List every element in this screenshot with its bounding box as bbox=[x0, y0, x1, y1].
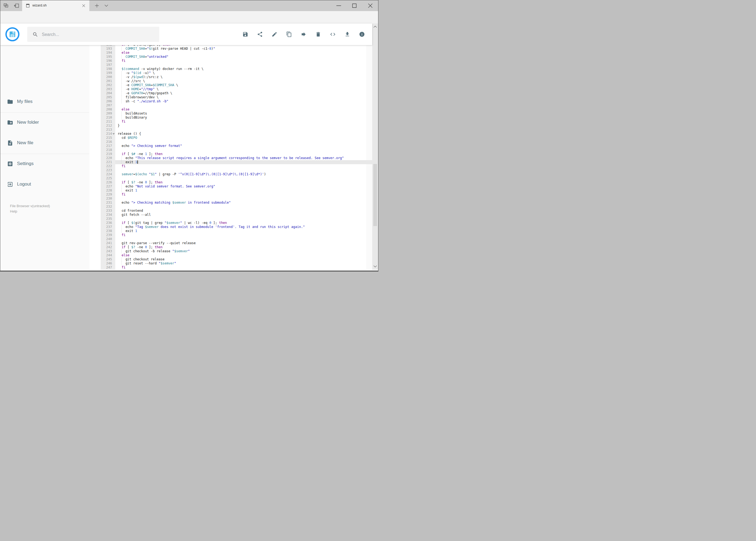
sidebar: File Browser v(untracked) Help My filesN… bbox=[0, 45, 89, 270]
code-line-text[interactable] bbox=[115, 217, 372, 221]
line-number: 236 bbox=[101, 221, 115, 225]
code-line-text[interactable]: if [ $? -ne 0 ]; then bbox=[115, 181, 372, 185]
code-line-text[interactable]: fi bbox=[115, 164, 372, 168]
code-line-text[interactable]: echo "Not valid semver format. See semve… bbox=[115, 185, 372, 189]
code-line-text[interactable]: echo "> Checking semver format" bbox=[115, 144, 372, 148]
code-line-text[interactable]: exit 1 bbox=[115, 229, 372, 233]
code-line-text[interactable]: -v /$(pwd):/src:z \ bbox=[115, 75, 372, 79]
sidebar-item-settings[interactable]: Settings bbox=[0, 158, 89, 170]
sidebar-item-new-file[interactable]: New file bbox=[0, 137, 89, 149]
code-line: 230 bbox=[101, 197, 372, 201]
close-icon[interactable] bbox=[366, 2, 375, 9]
set-aside-tabs-icon[interactable] bbox=[14, 3, 19, 9]
code-line-text[interactable]: git checkout release bbox=[115, 258, 372, 262]
code-line-text[interactable] bbox=[115, 176, 372, 181]
edit-icon[interactable] bbox=[272, 31, 277, 37]
tab-close-icon[interactable] bbox=[81, 3, 86, 8]
code-line-text[interactable]: buildAssets bbox=[115, 112, 372, 116]
code-line-text[interactable]: fi bbox=[115, 120, 372, 124]
code-line-text[interactable]: filebrowser/dev \ bbox=[115, 95, 372, 99]
code-line-text[interactable]: fi bbox=[115, 233, 372, 237]
code-line-text[interactable]: -e GOPATH=//tmp/gopath \ bbox=[115, 91, 372, 95]
code-line-text[interactable]: git reset --hard "$semver" bbox=[115, 262, 372, 266]
code-line-text[interactable] bbox=[115, 205, 372, 209]
code-line-text[interactable]: fi bbox=[115, 266, 372, 270]
scrollbar-thumb[interactable] bbox=[373, 164, 377, 226]
code-line-text[interactable]: -u "$(id -u)" \ bbox=[115, 71, 372, 75]
code-line-text[interactable]: fi bbox=[115, 193, 372, 197]
code-line-text[interactable]: -w //src \ bbox=[115, 79, 372, 83]
code-line-text[interactable]: else bbox=[115, 108, 372, 112]
code-editor[interactable]: 192 if [ -d /src/.git ]; then193 COMMIT_… bbox=[101, 45, 372, 270]
code-line-text[interactable] bbox=[115, 104, 372, 108]
code-line-text[interactable]: git rev-parse --verify --quiet release bbox=[115, 241, 372, 245]
code-line-text[interactable] bbox=[115, 237, 372, 241]
code-line-text[interactable]: git checkout -b release "$semver" bbox=[115, 249, 372, 254]
code-line-text[interactable]: echo "> Checking matching $semver in fro… bbox=[115, 201, 372, 205]
save-icon[interactable] bbox=[242, 31, 248, 37]
page-favicon-icon bbox=[26, 4, 30, 8]
code-line-text[interactable]: exit 1 bbox=[115, 189, 372, 193]
code-line-text[interactable] bbox=[115, 197, 372, 201]
code-line-text[interactable]: COMMIT_SHA="untracked" bbox=[115, 55, 372, 59]
filebrowser-logo[interactable] bbox=[5, 27, 19, 41]
code-line-text[interactable]: else bbox=[115, 254, 372, 258]
tab-bar: wizard.sh bbox=[0, 0, 378, 11]
code-line-text[interactable]: if [ $? -ne 0 ]; then bbox=[115, 245, 372, 249]
code-line-text[interactable]: if [ $# -ne 1 ]; then bbox=[115, 152, 372, 156]
tabs-preview-icon[interactable] bbox=[3, 3, 9, 9]
code-line-text[interactable] bbox=[115, 148, 372, 152]
search-input[interactable] bbox=[41, 31, 150, 39]
code-line: 244 else bbox=[101, 254, 372, 258]
page-scrollbar[interactable] bbox=[372, 24, 378, 270]
sidebar-item-logout[interactable]: Logout bbox=[0, 179, 89, 191]
sidebar-item-new-folder[interactable]: New folder bbox=[0, 117, 89, 129]
code-line-text[interactable]: else bbox=[115, 51, 372, 55]
tabs-dropdown-icon[interactable] bbox=[104, 3, 109, 9]
code-line-text[interactable]: echo "Tag $semver does not exist in subm… bbox=[115, 225, 372, 229]
code-line-text[interactable]: if [ $(git tag | grep "$semver" | wc -l)… bbox=[115, 221, 372, 225]
code-line: 210 buildBinary bbox=[101, 116, 372, 120]
sidebar-item-my-files[interactable]: My files bbox=[0, 96, 89, 108]
code-line-text[interactable]: fi bbox=[115, 59, 372, 63]
copy-icon[interactable] bbox=[286, 31, 292, 37]
code-line-text[interactable]: cd $REPO bbox=[115, 136, 372, 140]
code-line-text[interactable]: cd frontend bbox=[115, 209, 372, 213]
help-link[interactable]: Help bbox=[10, 209, 17, 214]
browser-tab[interactable]: wizard.sh bbox=[22, 0, 89, 11]
code-line-text[interactable]: -e COMMIT_SHA=$COMMIT_SHA \ bbox=[115, 83, 372, 87]
code-line-text[interactable]: sh -c "./wizard.sh -b" bbox=[115, 99, 372, 104]
search-box[interactable] bbox=[27, 27, 159, 42]
code-line-text[interactable]: release () { bbox=[115, 132, 372, 136]
scroll-up-icon[interactable] bbox=[373, 25, 378, 29]
code-line-text[interactable] bbox=[115, 128, 372, 132]
line-number: 216 bbox=[101, 140, 115, 144]
code-line-text[interactable]: buildBinary bbox=[115, 116, 372, 120]
code-line-text[interactable]: } bbox=[115, 124, 372, 128]
delete-icon[interactable] bbox=[315, 31, 321, 37]
code-line: 195 COMMIT_SHA="untracked" bbox=[101, 55, 372, 59]
download-icon[interactable] bbox=[345, 31, 350, 37]
code-line-text[interactable] bbox=[115, 168, 372, 172]
scroll-down-icon[interactable] bbox=[373, 264, 378, 269]
code-line-text[interactable] bbox=[115, 140, 372, 144]
move-icon[interactable] bbox=[301, 31, 307, 37]
minimize-icon[interactable] bbox=[335, 2, 343, 9]
fold-arrow-icon[interactable] bbox=[113, 133, 115, 136]
code-icon[interactable] bbox=[330, 31, 336, 37]
code-line-text[interactable]: semver=$(echo "$1" | grep -P '^v(0|[1-9]… bbox=[115, 172, 372, 176]
new-tab-icon[interactable] bbox=[94, 3, 100, 9]
code-line-text[interactable]: -e HOME="//tmp" \ bbox=[115, 87, 372, 91]
info-icon[interactable] bbox=[359, 31, 365, 37]
code-line-text[interactable]: echo "This release script requires a sin… bbox=[115, 156, 372, 160]
code-line-text[interactable]: $(command -v winpty) docker run --rm -it… bbox=[115, 67, 372, 71]
code-line-text[interactable]: git fetch --all bbox=[115, 213, 372, 217]
code-line-text[interactable] bbox=[115, 63, 372, 67]
line-number: 234 bbox=[101, 213, 115, 217]
code-line-text[interactable]: exit 1 bbox=[115, 160, 372, 164]
maximize-icon[interactable] bbox=[350, 2, 359, 9]
line-number: 208 bbox=[101, 108, 115, 112]
code-line-text[interactable]: COMMIT_SHA="$(git rev-parse HEAD | cut -… bbox=[115, 47, 372, 51]
code-line: 213 bbox=[101, 128, 372, 132]
share-icon[interactable] bbox=[257, 31, 263, 37]
